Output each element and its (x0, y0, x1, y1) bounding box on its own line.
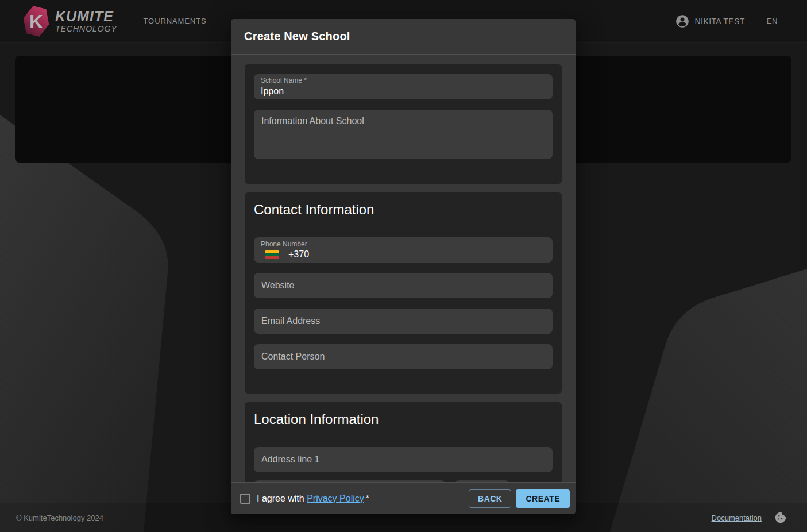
create-new-school-dialog: Create New School School Name * Contact … (231, 19, 576, 514)
account-circle-icon (675, 14, 690, 29)
privacy-policy-link[interactable]: Privacy Policy (307, 494, 364, 503)
school-info-section: School Name * (245, 64, 562, 184)
logo-letter: K (29, 11, 43, 30)
contact-information-section: Contact Information Phone Number +370 (245, 192, 562, 394)
create-button[interactable]: CREATE (516, 489, 570, 508)
contact-person-input[interactable] (254, 344, 553, 369)
copyright-text: © KumiteTechnology 2024 (16, 514, 103, 522)
kumite-hexagon-logo-icon: K (20, 4, 53, 38)
school-name-label: School Name * (261, 76, 546, 84)
phone-country-code: +370 (288, 249, 309, 260)
brand-name: KUMITE (55, 9, 117, 24)
footer-right: Documentation (712, 511, 787, 524)
cookie-icon[interactable] (774, 511, 787, 524)
address-line-1-input[interactable] (254, 447, 553, 472)
phone-number-field[interactable]: Phone Number +370 (254, 237, 553, 263)
contact-information-heading: Contact Information (254, 202, 553, 218)
brand-text: KUMITE TECHNOLOGY (55, 9, 117, 33)
location-information-heading: Location Information (254, 411, 553, 427)
privacy-policy-checkbox[interactable] (240, 494, 250, 504)
dialog-title: Create New School (244, 30, 350, 43)
school-name-input[interactable] (261, 86, 546, 97)
dialog-buttons: BACK CREATE (469, 489, 570, 508)
email-address-input[interactable] (254, 309, 553, 334)
nav-item-tournaments[interactable]: TOURNAMENTS (144, 17, 207, 25)
dialog-body: School Name * Contact Information Phone … (231, 55, 576, 482)
brand-logo[interactable]: K KUMITE TECHNOLOGY (23, 7, 117, 36)
app-root: K KUMITE TECHNOLOGY TOURNAMENTS NIKITA T… (0, 0, 807, 532)
website-input[interactable] (254, 273, 553, 298)
location-information-section: Location Information (245, 402, 562, 482)
agree-prefix: I agree with (257, 494, 307, 503)
school-info-textarea[interactable] (254, 110, 553, 159)
dialog-actions: I agree with Privacy Policy* BACK CREATE (231, 482, 576, 514)
agree-label: I agree with Privacy Policy* (257, 494, 369, 504)
brand-subtitle: TECHNOLOGY (55, 24, 117, 33)
documentation-link[interactable]: Documentation (712, 514, 762, 522)
nav-right: NIKITA TEST EN (675, 14, 778, 29)
school-name-field[interactable]: School Name * (254, 74, 553, 99)
user-name: NIKITA TEST (695, 17, 745, 26)
language-selector[interactable]: EN (767, 17, 778, 25)
back-button[interactable]: BACK (469, 489, 511, 508)
phone-row: +370 (261, 249, 546, 260)
lithuania-flag-icon[interactable] (265, 250, 279, 259)
phone-number-label: Phone Number (261, 240, 546, 248)
dialog-header: Create New School (231, 19, 576, 55)
user-menu-button[interactable]: NIKITA TEST (675, 14, 745, 29)
required-asterisk: * (366, 494, 369, 503)
agree-row: I agree with Privacy Policy* (237, 494, 369, 504)
